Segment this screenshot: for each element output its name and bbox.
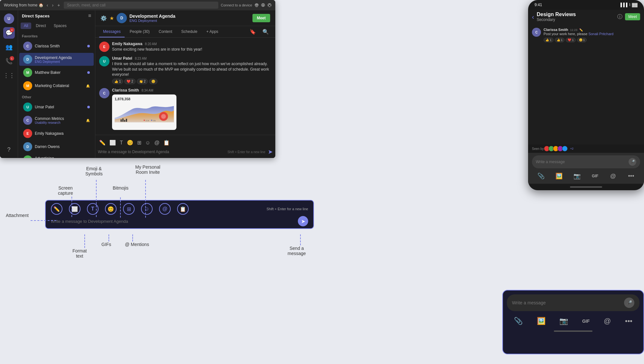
tab-direct[interactable]: Direct <box>33 23 49 29</box>
sidebar-item-marketing-collateral[interactable]: M Marketing Collateral 🔔 <box>19 79 94 92</box>
phone2-gif-btn[interactable]: GIF <box>582 317 590 325</box>
emoji-btn[interactable]: 😊 <box>126 139 135 146</box>
nav-buttons[interactable]: ‹ › + <box>45 3 62 8</box>
clarissa-unread-dot <box>87 45 90 47</box>
nav-add[interactable]: + <box>56 3 61 8</box>
tab-messages[interactable]: Messages <box>99 26 125 37</box>
phone2-mic-btn[interactable]: 🎤 <box>624 298 634 308</box>
phone-back-btn[interactable]: ‹ <box>532 13 534 21</box>
bookmark-icon[interactable]: 🔖 <box>247 26 259 37</box>
signal-icon: ▐▐▐ <box>619 3 628 7</box>
phone-messages: C Clarissa Smith 11:23 ✏️ Post your work… <box>528 24 644 144</box>
phone-attach-btn[interactable]: 📎 <box>536 171 546 181</box>
phone-clarissa-name: Clarissa Smith <box>544 28 568 32</box>
enl-mention-btn[interactable]: @ <box>159 203 171 215</box>
tab-people[interactable]: People (30) <box>126 26 154 37</box>
phone-mic-btn[interactable]: 🎤 <box>629 158 636 166</box>
umar-msg-text: I think we should all take a moment to r… <box>112 61 271 77</box>
tab-schedule[interactable]: Schedule <box>177 26 201 37</box>
activity-apps[interactable]: ⋮⋮ <box>3 70 15 81</box>
phone-camera-btn[interactable]: 📷 <box>572 171 582 181</box>
phone-react-1[interactable]: 👍 1 <box>544 38 554 42</box>
message-input[interactable] <box>98 150 225 154</box>
bitmoji-btn[interactable]: ☺️ <box>144 139 152 146</box>
emoji-line <box>96 180 97 217</box>
phone2-actions: 📎 🖼️ 📷 GIF @ ••• <box>507 314 639 328</box>
connect-device-label: Connect to a device <box>221 3 252 7</box>
nav-forward[interactable]: › <box>51 3 55 8</box>
enlarged-message-input[interactable] <box>51 219 298 224</box>
sidebar-item-common-metrics[interactable]: C Common Metrics Usability research 🔔 <box>19 114 94 127</box>
mention-btn[interactable]: @ <box>153 139 161 146</box>
phone2-more-btn[interactable]: ••• <box>625 317 632 325</box>
phone-info-icon[interactable]: ⓘ <box>617 14 622 20</box>
sidebar-header: Direct Spaces ≡ <box>18 10 95 21</box>
maximize-btn[interactable]: □ <box>261 3 265 7</box>
phone-meet-btn[interactable]: Meet <box>625 13 640 20</box>
matthew-info: Matthew Baker <box>35 70 85 75</box>
phone2-camera-btn[interactable]: 📷 <box>559 317 568 325</box>
phone-gif-btn[interactable]: GIF <box>590 171 600 181</box>
minimize-btn[interactable]: — <box>255 3 259 7</box>
phone-react-4[interactable]: 😊 1 <box>577 38 587 42</box>
enl-emoji-btn[interactable]: 😊 <box>105 203 117 215</box>
sidebar-item-advertising[interactable]: A Advertising Marketing Department <box>19 153 94 158</box>
enl-gif-icon[interactable]: ⊞ <box>123 203 135 215</box>
screen-capture-line <box>71 197 72 217</box>
enl-room-btn[interactable]: 📋 <box>177 203 189 215</box>
phone2-message-input[interactable] <box>512 300 624 305</box>
activity-help[interactable]: ? <box>3 144 15 155</box>
tab-all[interactable]: All <box>21 23 31 29</box>
tab-apps[interactable]: + Apps <box>203 26 222 37</box>
textbox-btn[interactable]: ⬜ <box>108 139 117 146</box>
format-btn[interactable]: ✏️ <box>98 139 107 146</box>
phone-react-2[interactable]: 👍 1 <box>555 38 565 42</box>
activity-calls[interactable]: 📞 1 <box>3 55 15 67</box>
reaction-heart[interactable]: ❤️ 2 <box>124 79 135 84</box>
phone2-mention-btn[interactable]: @ <box>604 317 611 325</box>
meet-button[interactable]: Meet <box>252 14 270 22</box>
close-btn[interactable]: ✕ <box>268 3 271 7</box>
phone-message-input[interactable] <box>536 160 629 164</box>
activity-chat[interactable]: 💬 4 <box>3 27 15 39</box>
sidebar-item-matthew[interactable]: M Matthew Baker <box>19 66 94 79</box>
emily-msg-avatar: E <box>99 42 109 52</box>
sidebar-item-emily[interactable]: E Emily Nakagawa <box>19 127 94 140</box>
sidebar-item-clarissa[interactable]: C Clarissa Smith <box>19 40 94 53</box>
phone2-image-btn[interactable]: 🖼️ <box>537 317 545 325</box>
more-btn[interactable]: 📋 <box>162 139 171 146</box>
enl-format-btn[interactable]: T <box>87 203 99 215</box>
sonali-mention[interactable]: Sonali Pritchard <box>588 32 613 36</box>
enl-bitmoji-btn[interactable]: ☺️ <box>141 203 153 215</box>
activity-teams[interactable]: 👥 <box>3 41 15 53</box>
phone-react-3[interactable]: ❤️ 1 <box>566 38 576 42</box>
gif-btn[interactable]: ⊞ <box>136 139 143 146</box>
svg-text:3.6k: 3.6k <box>153 120 156 122</box>
send-button[interactable]: ➤ <box>268 148 273 155</box>
chat-area: ⚙️ ★ D Development Agenda ENG Deployment… <box>95 10 275 158</box>
search-chat-icon[interactable]: 🔍 <box>260 26 271 37</box>
phone2-attach-btn[interactable]: 📎 <box>514 317 523 325</box>
phone-mention-btn[interactable]: @ <box>608 171 618 181</box>
star-icon[interactable]: ★ <box>109 15 114 21</box>
activity-bar: U 💬 4 👥 📞 1 ⋮⋮ ? <box>0 10 18 158</box>
phone-more-btn[interactable]: ••• <box>626 171 636 181</box>
reaction-clap[interactable]: 👏 2 <box>137 79 148 84</box>
reaction-smile[interactable]: 😊 <box>149 79 157 84</box>
enlarged-send-btn[interactable]: ➤ <box>298 216 308 226</box>
text-format-btn[interactable]: T <box>118 139 124 146</box>
tab-content[interactable]: Content <box>155 26 176 37</box>
enl-attach-btn[interactable]: ✏️ <box>51 203 62 215</box>
sidebar-item-umar[interactable]: U Umar Patel <box>19 101 94 113</box>
gear-icon[interactable]: ⚙️ <box>100 15 107 21</box>
search-input[interactable] <box>64 2 218 9</box>
nav-back[interactable]: ‹ <box>45 3 50 8</box>
sidebar-menu-icon[interactable]: ≡ <box>88 13 91 19</box>
enl-screen-btn[interactable]: ⬜ <box>69 203 80 215</box>
tab-spaces[interactable]: Spaces <box>51 23 70 29</box>
reaction-thumbsup[interactable]: 👍 1 <box>112 79 123 84</box>
advertising-info: Advertising Marketing Department <box>35 156 90 158</box>
phone-image-btn[interactable]: 🖼️ <box>554 171 564 181</box>
sidebar-item-dev-agenda[interactable]: D Development Agenda ENG Deployment <box>19 53 94 66</box>
sidebar-item-darren[interactable]: D Darren Owens <box>19 140 94 153</box>
